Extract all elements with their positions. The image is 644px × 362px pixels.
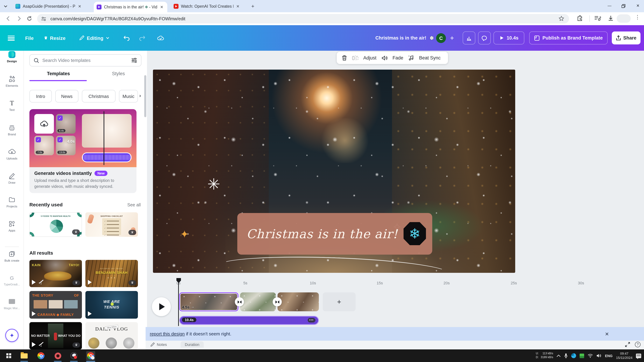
sidebar-item-bulk-create[interactable]: Bulk create xyxy=(0,250,24,262)
share-button[interactable]: Share xyxy=(612,31,640,44)
timeline-clip-2[interactable] xyxy=(240,292,276,311)
video-template-no-matter[interactable]: NO MATTER WHAT YOU DO ◁ ♛ xyxy=(30,322,82,350)
video-template-daily-vlog[interactable]: DAILY VLOG Olivia Wilson xyxy=(86,322,138,350)
canva-assistant-button[interactable]: ✦ xyxy=(5,329,18,342)
chip-intro[interactable]: Intro xyxy=(30,90,52,102)
insights-button[interactable] xyxy=(463,31,475,44)
video-canvas[interactable]: ✳ ✧ ✦ Christmas is in the air! ❄ xyxy=(153,70,515,273)
browser-menu-kebab-icon[interactable]: ⋮ xyxy=(635,14,640,20)
beat-sync-icon[interactable] xyxy=(408,55,414,61)
help-button[interactable]: ? xyxy=(635,342,640,347)
play-preview-button[interactable]: 10.4s xyxy=(494,31,524,44)
recent-template-shopping[interactable]: SHOPPING CHECKLIST ✓ ✓ ✓ ✓ ✓ ♛ xyxy=(86,212,138,237)
download-icon[interactable] xyxy=(608,15,614,21)
sidebar-item-text[interactable]: T Text xyxy=(0,99,24,112)
file-menu-button[interactable]: File xyxy=(25,25,34,51)
bookmark-star-icon[interactable] xyxy=(558,16,564,21)
video-template-benjamin-shah[interactable]: GUITARIST GET TALENT BENJAMIN SHAH • • •… xyxy=(86,260,138,287)
sidebar-item-apps[interactable]: Apps xyxy=(0,220,24,232)
video-template-we-are-tennis[interactable]: WE ARE TENNIS xyxy=(86,291,138,319)
action-center-icon[interactable] xyxy=(636,354,641,358)
filter-sliders-icon[interactable] xyxy=(131,58,137,63)
taskbar-file-explorer[interactable] xyxy=(20,351,29,360)
sidebar-item-brand[interactable]: co Brand xyxy=(0,124,24,136)
audio-track[interactable]: 10.4s ••• xyxy=(179,316,319,325)
chip-christmas[interactable]: Christmas xyxy=(82,90,116,102)
clock[interactable]: 09:4715/11/2024 xyxy=(616,351,632,360)
fullscreen-icon[interactable] xyxy=(625,342,630,347)
panel-scrollbar-thumb[interactable] xyxy=(144,75,146,117)
dismiss-banner-icon[interactable]: ✕ xyxy=(605,327,609,341)
sidebar-item-elements[interactable]: Elements xyxy=(0,75,24,87)
undo-icon[interactable] xyxy=(123,35,130,42)
notes-button[interactable]: Notes xyxy=(150,343,167,347)
taskbar-chrome[interactable] xyxy=(36,351,46,360)
search-box[interactable] xyxy=(30,54,142,66)
chip-news[interactable]: News xyxy=(55,90,78,102)
sidebar-item-projects[interactable]: Projects xyxy=(0,196,24,208)
timeline-clip-1-selected[interactable]: 4.5s ↔ xyxy=(179,292,238,311)
design-title[interactable]: Christmas is in the air! xyxy=(376,25,426,51)
adjust-button[interactable]: Adjust xyxy=(363,55,376,60)
sidebar-item-design[interactable]: Design xyxy=(0,51,24,63)
playhead-line[interactable] xyxy=(178,282,179,326)
browser-tab-youtube[interactable]: Watch: OpenAI Tool Creates Re ✕ xyxy=(171,1,245,11)
publish-brand-template-button[interactable]: Publish as Brand Template xyxy=(529,31,608,44)
transition-button-1[interactable] xyxy=(235,297,244,306)
volume-tray-icon[interactable] xyxy=(596,354,602,358)
redo-icon[interactable] xyxy=(138,35,146,42)
back-icon[interactable] xyxy=(5,15,12,22)
video-template-caravan-family[interactable]: THE STORY OF CARAVAN ◆ FAMILY xyxy=(30,291,82,319)
volume-icon[interactable] xyxy=(381,55,388,61)
forward-icon[interactable] xyxy=(16,15,22,22)
window-minimize-button[interactable]: — xyxy=(608,3,612,8)
window-close-button[interactable]: ✕ xyxy=(636,3,640,8)
profile-avatar[interactable] xyxy=(617,14,631,23)
add-clip-button[interactable]: + xyxy=(323,292,356,311)
tab-search-chevron-icon[interactable] xyxy=(4,4,8,8)
report-design-link[interactable]: report this design xyxy=(150,331,184,337)
video-template-kain-tayo[interactable]: KAIN TAYO! ◁ ♛ xyxy=(30,260,82,287)
chip-music[interactable]: Music xyxy=(119,90,138,102)
timeline-clip-3[interactable] xyxy=(278,292,319,311)
fade-button[interactable]: Fade xyxy=(392,55,404,60)
search-input[interactable] xyxy=(42,58,131,63)
account-avatar[interactable]: C xyxy=(436,33,446,43)
tab-templates[interactable]: Templates xyxy=(47,71,70,76)
sidebar-item-magic-morph[interactable]: Magic Mor... xyxy=(0,298,24,310)
recent-template-health[interactable]: 5 FOODS TO MAINTAIN HEALTH ♛ xyxy=(30,212,82,237)
add-member-button[interactable]: + xyxy=(450,25,454,51)
start-button[interactable] xyxy=(4,351,13,360)
refresh-icon[interactable] xyxy=(26,15,33,22)
address-bar[interactable]: canva.com/design/DAGWgrT7RAc/8GR2X4u9Oyv… xyxy=(37,14,569,23)
sidebar-item-draw[interactable]: Draw xyxy=(0,172,24,184)
tray-app-icon-green[interactable] xyxy=(580,354,584,358)
resize-button[interactable]: ♛ Resize xyxy=(44,25,66,51)
tab-styles[interactable]: Styles xyxy=(112,71,125,76)
sidebar-item-uploads[interactable]: Uploads xyxy=(0,148,24,160)
tab-close-icon[interactable]: ✕ xyxy=(160,5,163,9)
timeline-play-button[interactable] xyxy=(152,297,171,316)
tray-app-icon-blue[interactable] xyxy=(572,353,576,358)
browser-tab-canva-active[interactable]: Christmas is in the air! ❄ - Vid ✕ xyxy=(94,2,167,12)
wifi-icon[interactable] xyxy=(588,354,593,358)
taskbar-obs[interactable] xyxy=(69,351,78,360)
audio-options-button[interactable]: ••• xyxy=(308,318,315,323)
tray-chevron-up-icon[interactable] xyxy=(557,354,561,357)
site-settings-icon[interactable] xyxy=(41,16,46,21)
language-indicator[interactable]: ENG xyxy=(605,354,612,358)
transition-button-2[interactable] xyxy=(273,297,282,306)
delete-icon[interactable] xyxy=(342,55,347,61)
duration-button[interactable]: Duration xyxy=(180,341,204,348)
see-all-link[interactable]: See all xyxy=(128,203,141,207)
chips-scroll-arrow-icon[interactable]: › xyxy=(139,93,141,98)
window-restore-button[interactable] xyxy=(622,4,626,8)
sidebar-item-typegradient[interactable]: G TypeGradi... xyxy=(0,274,24,286)
main-menu-button[interactable] xyxy=(8,25,15,51)
browser-tab-asapguide[interactable]: AsapGuide (Presentation) - Pre ✕ xyxy=(12,1,89,11)
microphone-icon[interactable] xyxy=(564,353,568,358)
tab-close-icon[interactable]: ✕ xyxy=(78,4,81,8)
taskbar-chrome-profile-active[interactable] xyxy=(86,351,95,360)
new-tab-button[interactable]: + xyxy=(251,3,254,9)
split-icon[interactable] xyxy=(352,55,358,61)
